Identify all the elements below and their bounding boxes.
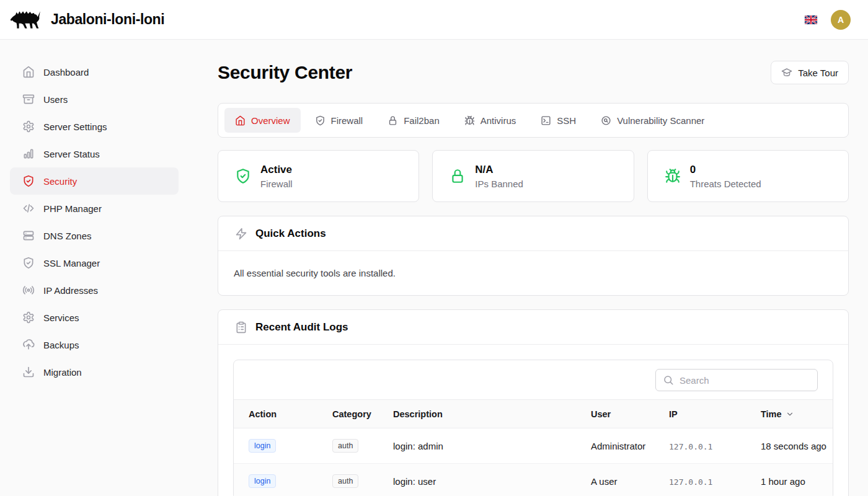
zap-icon <box>235 228 247 240</box>
sidebar-item-label: Dashboard <box>43 67 89 78</box>
sidebar-item-label: Server Status <box>43 149 100 159</box>
audit-table: ActionCategoryDescriptionUserIPTime logi… <box>234 399 833 496</box>
shield-check-icon <box>235 168 251 184</box>
tab-vulnerability-scanner[interactable]: Vulnerability Scanner <box>590 108 715 133</box>
status-cards-row: ActiveFirewallN/AIPs Banned0Threats Dete… <box>218 150 849 202</box>
tab-label: Firewall <box>331 115 363 126</box>
search-box <box>655 369 818 391</box>
take-tour-button[interactable]: Take Tour <box>771 61 849 84</box>
column-header-category[interactable]: Category <box>317 400 378 428</box>
sidebar-item-dashboard[interactable]: Dashboard <box>10 58 179 86</box>
audit-logs-section: Recent Audit Logs <box>218 309 849 496</box>
sidebar-item-ssl-manager[interactable]: SSL Manager <box>10 249 179 277</box>
take-tour-label: Take Tour <box>798 68 838 78</box>
column-header-user[interactable]: User <box>576 400 654 428</box>
code-icon <box>22 202 35 215</box>
broadcast-icon <box>22 284 35 296</box>
sidebar-item-php-manager[interactable]: PHP Manager <box>10 195 179 222</box>
sidebar-item-security[interactable]: Security <box>10 167 179 195</box>
tab-overview[interactable]: Overview <box>224 108 301 133</box>
status-label: Threats Detected <box>690 179 761 189</box>
sidebar-item-server-settings[interactable]: Server Settings <box>10 113 179 140</box>
tab-firewall[interactable]: Firewall <box>304 108 374 133</box>
quick-actions-message: All essential security tools are install… <box>218 251 848 295</box>
category-badge: auth <box>332 474 358 488</box>
sidebar-item-label: SSL Manager <box>43 258 100 268</box>
clipboard-icon <box>235 321 247 334</box>
sidebar-item-migration[interactable]: Migration <box>10 358 179 386</box>
search-icon <box>663 374 674 386</box>
sidebar-item-label: Security <box>43 176 77 187</box>
quick-actions-title: Quick Actions <box>255 228 326 240</box>
status-label: Firewall <box>260 179 293 189</box>
category-badge: auth <box>332 439 358 453</box>
audit-logs-title: Recent Audit Logs <box>255 321 348 334</box>
sidebar: DashboardUsersServer SettingsServer Stat… <box>0 40 188 496</box>
sidebar-item-label: Server Settings <box>43 122 107 132</box>
lock-icon <box>388 115 398 126</box>
tab-ssh[interactable]: SSH <box>530 108 587 133</box>
home-icon <box>22 66 35 78</box>
search-input[interactable] <box>680 375 810 386</box>
column-header-ip[interactable]: IP <box>654 400 746 428</box>
log-user: Administrator <box>576 428 654 464</box>
audit-log-row: loginauthlogin: userA user127.0.0.11 hou… <box>234 464 833 496</box>
sidebar-item-label: PHP Manager <box>43 203 102 214</box>
column-label: Time <box>761 409 782 419</box>
shield-check-icon <box>315 115 326 126</box>
tab-label: SSH <box>557 115 576 126</box>
log-time: 1 hour ago <box>746 464 833 496</box>
column-label: Description <box>393 409 443 419</box>
column-header-action[interactable]: Action <box>234 400 317 428</box>
log-description: login: user <box>378 464 576 496</box>
sidebar-item-backups[interactable]: Backups <box>10 331 179 358</box>
top-navbar: Jabaloni-loni-loni A <box>0 0 868 40</box>
tab-label: Antivirus <box>480 115 516 126</box>
sidebar-item-dns-zones[interactable]: DNS Zones <box>10 222 179 249</box>
sidebar-item-label: Migration <box>43 367 82 378</box>
log-ip: 127.0.0.1 <box>669 477 712 487</box>
user-avatar[interactable]: A <box>831 10 851 30</box>
log-user: A user <box>576 464 654 496</box>
sidebar-item-users[interactable]: Users <box>10 86 179 113</box>
column-label: IP <box>669 409 678 419</box>
log-ip: 127.0.0.1 <box>669 442 712 451</box>
audit-table-card: ActionCategoryDescriptionUserIPTime logi… <box>233 360 833 496</box>
tab-antivirus[interactable]: Antivirus <box>454 108 527 133</box>
status-card-ips-banned: N/AIPs Banned <box>432 150 634 202</box>
status-card-firewall: ActiveFirewall <box>218 150 419 202</box>
chevron-down-icon <box>786 410 794 418</box>
sidebar-item-label: DNS Zones <box>43 231 92 241</box>
shield-check-icon <box>22 175 35 187</box>
sidebar-item-label: Services <box>43 312 79 323</box>
language-flag-button[interactable] <box>805 16 817 24</box>
action-badge: login <box>249 474 276 488</box>
bar-chart-icon <box>22 148 35 160</box>
column-label: Category <box>332 409 371 419</box>
sidebar-item-server-status[interactable]: Server Status <box>10 140 179 167</box>
terminal-icon <box>541 115 551 126</box>
tab-fail2ban[interactable]: Fail2ban <box>377 108 450 133</box>
action-badge: login <box>249 439 276 453</box>
status-value: 0 <box>690 164 761 176</box>
sidebar-item-ip-addresses[interactable]: IP Addresses <box>10 277 179 304</box>
sidebar-item-label: Users <box>43 94 68 105</box>
lock-icon <box>450 168 466 184</box>
page-title: Security Center <box>218 62 352 83</box>
graduation-cap-icon <box>781 67 792 78</box>
tab-label: Overview <box>251 115 290 126</box>
column-label: Action <box>249 409 277 419</box>
tab-label: Vulnerability Scanner <box>617 115 704 126</box>
status-label: IPs Banned <box>475 179 523 189</box>
gear-icon <box>22 311 35 324</box>
column-label: User <box>591 409 611 419</box>
column-header-time[interactable]: Time <box>746 400 833 428</box>
status-value: Active <box>260 164 293 176</box>
status-value: N/A <box>475 164 523 176</box>
tab-label: Fail2ban <box>404 115 440 126</box>
quick-actions-section: Quick Actions All essential security too… <box>218 216 849 296</box>
sidebar-item-services[interactable]: Services <box>10 304 179 331</box>
column-header-description[interactable]: Description <box>378 400 576 428</box>
home-icon <box>235 115 246 126</box>
main-content: Security Center Take Tour OverviewFirewa… <box>218 40 849 496</box>
